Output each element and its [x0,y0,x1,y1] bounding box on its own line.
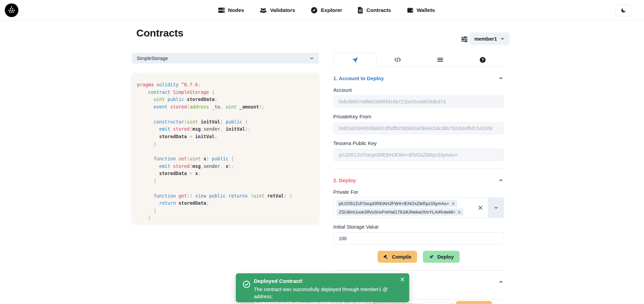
initial-storage-label: Initial Storage Value [333,224,504,230]
code-line: function get() view public returns (uint… [137,192,316,200]
deploy-button[interactable]: Deploy [423,251,459,263]
nav-item-label: Nodes [228,7,244,13]
selected-tags: piU2051ZcP2ecpt3REthHJFW4+tENOsZikRpz33y… [334,198,473,218]
private-for-label: Private For [333,189,504,195]
compass-icon [311,7,318,14]
account-collapse-button[interactable] [498,75,504,81]
initial-storage-input[interactable]: 100 [333,232,504,245]
interact-secondary-button[interactable] [423,302,450,304]
compile-button[interactable]: Compile [378,251,417,263]
tab-code[interactable] [377,53,419,67]
deploy-collapse-button[interactable] [498,177,504,183]
success-toast: Deployed Contract! The contract was succ… [236,273,409,302]
hammer-icon [383,254,389,260]
rocket-icon [429,254,434,260]
code-line: } [137,207,316,215]
deploy-panel: ? 1. Account to Deploy Account 0xfe3b557… [333,53,504,304]
multiselect-dropdown-button[interactable] [488,198,504,218]
main-nav: Nodes Validators Explorer [218,0,435,20]
toast-close-button[interactable] [399,276,405,283]
tessera-key-label: Tessera Public Key [333,140,504,146]
account-input: 0xfe3b557e8fb62b89f4916b721be55ceb828dbd… [333,96,504,108]
app-logo[interactable] [5,3,18,17]
nav-item-wallets[interactable]: Wallets [407,7,435,14]
svg-text:?: ? [481,58,484,62]
interact-collapse-button[interactable] [498,279,504,285]
member-select-button[interactable]: member1 [469,32,510,45]
network-dots-logo [5,3,18,17]
code-line [137,148,316,155]
code-line: emit stored(msg.sender, initVal); [137,126,316,133]
nav-item-label: Contracts [366,7,391,13]
deploy-section-title: 2. Deploy [333,177,356,183]
chevron-down-icon [494,205,499,210]
theme-toggle-button[interactable] [615,4,631,16]
deploy-actions: Compile Deploy [333,251,504,263]
code-line: function set(uint x) public { [137,155,316,163]
interact-primary-button[interactable] [456,301,492,304]
nav-item-validators[interactable]: Validators [260,7,295,14]
code-icon [394,57,401,63]
settings-sliders-button[interactable] [461,35,468,43]
close-icon [400,277,405,282]
code-line [137,111,316,118]
wallet-icon [407,7,414,14]
code-line: return storedData; [137,200,316,207]
code-line: pragma solidity ^0.7.6; [137,81,316,89]
remove-tag-icon[interactable] [458,211,461,214]
sliders-icon [461,35,468,43]
paper-plane-icon [352,57,358,63]
tab-deploy[interactable] [333,53,377,67]
member-select-value: member1 [474,36,497,42]
tab-help[interactable]: ? [461,53,504,67]
section-divider [333,270,504,271]
page-title: Contracts [136,27,183,39]
list-icon [437,57,443,62]
contract-select-value: SimpleStorage [137,56,309,61]
nav-item-label: Explorer [321,7,342,13]
code-editor[interactable]: pragma solidity ^0.7.6; contract SimpleS… [132,73,319,223]
nav-item-label: Validators [270,7,295,13]
account-label: Account [333,87,504,93]
private-for-multiselect[interactable]: piU2051ZcP2ecpt3REthHJFW4+tENOsZikRpz33y… [333,198,504,218]
code-line: contract SimpleStorage { [137,89,316,96]
panel-tabs: ? [333,53,504,67]
deploy-section-heading: 2. Deploy [333,177,504,183]
question-icon: ? [479,57,486,63]
code-line [137,185,316,192]
chevron-up-icon [499,279,503,284]
users-icon [260,7,267,14]
code-line: constructor(uint initVal) public { [137,118,316,126]
code-line: storedData = initVal; [137,133,316,141]
check-circle-icon [243,280,250,288]
clear-selection-button[interactable] [473,198,488,218]
chevron-down-icon [500,37,505,41]
contract-select[interactable]: SimpleStorage [132,53,319,63]
file-icon [358,7,363,14]
close-icon [478,205,483,211]
private-for-tag: ZSU8mUuok39VuSnsFmHal178JdUNekw/XmYLArRn… [336,208,463,216]
remove-tag-icon[interactable] [451,202,455,205]
chevron-up-icon [499,76,503,81]
tab-logs[interactable] [419,53,462,67]
compile-button-label: Compile [392,254,411,260]
toast-message: The contract was successfully deployed t… [254,286,392,304]
account-section-title: 1. Account to Deploy [333,75,384,81]
private-for-tag: piU2051ZcP2ecpt3REthHJFW4+tENOsZikRpz33y… [336,200,457,207]
code-line: emit stored(msg.sender, x); [137,163,316,170]
server-icon [218,7,225,14]
code-line: } [137,141,316,148]
privatekey-label: PrivateKey From [333,114,504,119]
tessera-key-input: piU2051ZcP2ecpt3REthHJFW4+tENOsZikRpz33y… [333,149,504,161]
tag-label: ZSU8mUuok39VuSnsFmHal178JdUNekw/XmYLArRn… [339,209,455,215]
code-line: event stored(address _to, uint _amount); [137,103,316,111]
tag-label: piU2051ZcP2ecpt3REthHJFW4+tENOsZikRpz33y… [339,201,449,206]
chevron-down-icon [309,56,314,61]
account-section-heading: 1. Account to Deploy [333,75,504,81]
nav-item-nodes[interactable]: Nodes [218,7,244,14]
nav-item-contracts[interactable]: Contracts [358,7,391,14]
privatekey-input: 0x8f2a55949038a9610f50fb23b5883af3b4ecb3… [333,122,504,134]
nav-item-label: Wallets [417,7,435,13]
nav-item-explorer[interactable]: Explorer [311,7,342,14]
toast-title: Deployed Contract! [254,278,303,284]
